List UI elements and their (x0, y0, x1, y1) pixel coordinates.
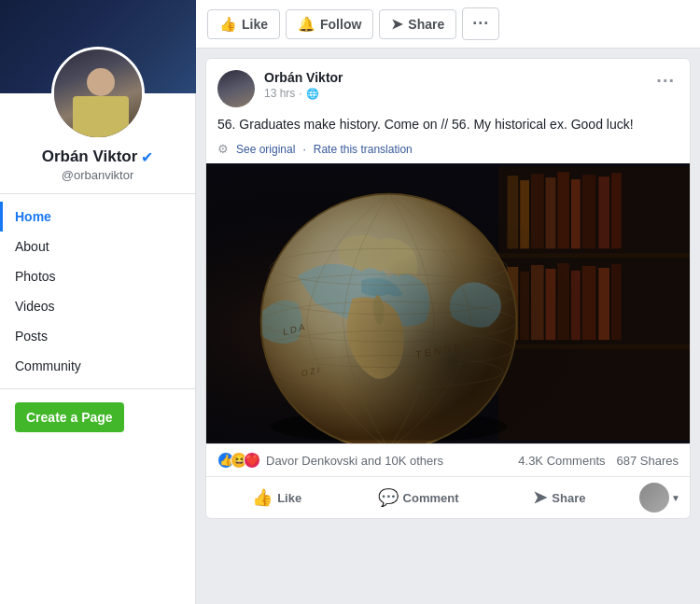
post-text: 56. Graduates make history. Come on // 5… (217, 115, 679, 134)
post-like-button[interactable]: 👍 Like (206, 480, 347, 515)
sidebar-item-community[interactable]: Community (0, 351, 195, 381)
comment-action-icon: 💬 (378, 487, 399, 508)
follow-label: Follow (320, 17, 361, 32)
more-options-button[interactable]: ··· (462, 7, 499, 40)
post-author-name[interactable]: Orbán Viktor (264, 70, 643, 85)
sidebar-nav: Home About Photos Videos Posts Community (0, 194, 195, 389)
emoji-stack: 👍 😆 ❤️ (217, 452, 257, 469)
share-button[interactable]: ➤ Share (379, 9, 456, 39)
reactions-left: 👍 😆 ❤️ Davor Denkovski and 10K others (217, 452, 443, 469)
post-time-row: 13 hrs · 🌐 (264, 87, 643, 100)
globe-icon: 🌐 (306, 88, 319, 100)
love-reaction-icon: ❤️ (244, 452, 260, 469)
feed: Orbán Viktor 13 hrs · 🌐 ··· 56. Graduate… (196, 49, 700, 528)
share-action-label: Share (552, 491, 585, 505)
thumbs-up-icon: 👍 (219, 16, 237, 33)
share-action-icon: ➤ (533, 487, 547, 508)
svg-rect-36 (206, 166, 690, 440)
sidebar-item-posts[interactable]: Posts (0, 321, 195, 351)
profile-handle: @orbanviktor (62, 168, 134, 182)
comment-action-label: Comment (403, 491, 459, 505)
chevron-down-icon: ▼ (671, 493, 680, 503)
post-stats: 👍 😆 ❤️ Davor Denkovski and 10K others 4.… (206, 443, 690, 476)
follow-icon: 🔔 (298, 16, 315, 33)
like-action-icon: 👍 (252, 487, 273, 508)
create-page-button[interactable]: Create a Page (15, 402, 124, 432)
like-label: Like (242, 17, 268, 32)
verified-icon: ✔ (141, 148, 153, 166)
sidebar-item-photos[interactable]: Photos (0, 261, 195, 291)
avatar (51, 47, 145, 140)
reactions-text[interactable]: Davor Denkovski and 10K others (266, 454, 443, 468)
post-options-button[interactable]: ··· (652, 70, 679, 91)
profile-section: Orbán Viktor ✔ @orbanviktor (0, 93, 195, 194)
share-label: Share (408, 17, 444, 32)
sidebar-item-home[interactable]: Home (0, 202, 195, 232)
share-icon: ➤ (391, 16, 403, 33)
globe-illustration: L D A T E N G E R O Z I (206, 163, 690, 443)
stats-right: 4.3K Comments 687 Shares (518, 454, 679, 468)
profile-name-row: Orbán Viktor ✔ (42, 147, 154, 166)
post-image: L D A T E N G E R O Z I (206, 163, 690, 443)
see-original-link[interactable]: See original (236, 143, 295, 156)
sidebar: Orbán Viktor ✔ @orbanviktor Home About P… (0, 0, 196, 604)
shares-count[interactable]: 687 Shares (617, 454, 679, 468)
like-button[interactable]: 👍 Like (207, 9, 280, 39)
top-action-bar: 👍 Like 🔔 Follow ➤ Share ··· (196, 0, 700, 49)
follow-button[interactable]: 🔔 Follow (286, 9, 373, 39)
post-card: Orbán Viktor 13 hrs · 🌐 ··· 56. Graduate… (205, 58, 691, 519)
post-time: 13 hrs (264, 87, 295, 100)
post-author-avatar[interactable] (217, 70, 255, 107)
current-user-avatar (639, 483, 669, 513)
profile-name: Orbán Viktor (42, 147, 138, 166)
sidebar-item-videos[interactable]: Videos (0, 291, 195, 321)
post-actions: 👍 Like 💬 Comment ➤ Share ▼ (206, 476, 690, 518)
post-share-button[interactable]: ➤ Share (489, 480, 630, 515)
gear-icon: ⚙ (217, 142, 229, 156)
privacy-dot: · (299, 87, 301, 100)
post-comment-button[interactable]: 💬 Comment (347, 480, 488, 515)
post-translation: ⚙ See original · Rate this translation (217, 142, 679, 156)
comments-count[interactable]: 4.3K Comments (518, 454, 605, 468)
main-area: 👍 Like 🔔 Follow ➤ Share ··· (196, 0, 700, 604)
rate-translation-link[interactable]: Rate this translation (314, 143, 413, 156)
sidebar-item-about[interactable]: About (0, 232, 195, 261)
post-body: 56. Graduates make history. Come on // 5… (206, 115, 690, 163)
user-avatar-area[interactable]: ▼ (630, 479, 690, 516)
post-meta: Orbán Viktor 13 hrs · 🌐 (264, 70, 643, 100)
like-action-label: Like (277, 491, 301, 505)
post-header: Orbán Viktor 13 hrs · 🌐 ··· (206, 59, 690, 115)
separator: · (302, 143, 305, 156)
